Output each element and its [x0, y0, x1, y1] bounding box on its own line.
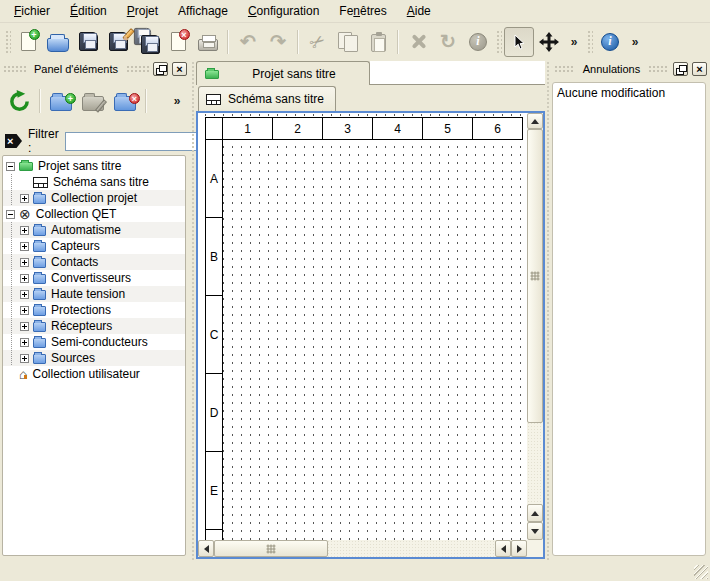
horizontal-scrollbar[interactable] [198, 540, 527, 557]
delete-category-button[interactable] [109, 85, 141, 117]
toolbar-overflow-button[interactable]: » [625, 27, 645, 57]
scroll-up-button-2[interactable] [527, 504, 543, 522]
diagram-row-header: B [206, 218, 223, 296]
clipboard-icon [371, 34, 386, 52]
menu-fenetres[interactable]: Fenêtres [329, 1, 396, 21]
move-mode-button[interactable] [534, 27, 564, 57]
undo-panel-titlebar[interactable]: Annulations [551, 60, 710, 78]
vertical-scrollbar-thumb[interactable] [527, 129, 543, 423]
close-panel-button[interactable] [692, 62, 707, 76]
expand-icon[interactable] [20, 322, 29, 331]
tree-guide [6, 254, 20, 270]
expand-icon[interactable] [20, 306, 29, 315]
new-document-button[interactable] [13, 27, 43, 57]
expand-icon[interactable] [20, 274, 29, 283]
tab-schema-sans-titre[interactable]: Schéma sans titre [198, 86, 336, 111]
select-mode-button[interactable] [504, 27, 534, 57]
properties-button[interactable] [463, 27, 493, 57]
project-icon [19, 162, 33, 171]
expand-icon[interactable] [20, 194, 29, 203]
copy-button[interactable] [333, 27, 363, 57]
save-all-button[interactable] [133, 27, 163, 57]
tree-item-sources[interactable]: Sources [3, 350, 185, 366]
tree-item-collection-projet[interactable]: Collection projet [3, 190, 185, 206]
menu-edition[interactable]: Édition [60, 1, 117, 21]
float-panel-button[interactable] [153, 62, 168, 76]
panel-overflow-button[interactable]: » [167, 85, 187, 117]
expand-icon[interactable] [20, 290, 29, 299]
delete-button[interactable] [403, 27, 433, 57]
close-document-button[interactable] [163, 27, 193, 57]
folder-icon [33, 290, 46, 300]
menu-aide[interactable]: Aide [397, 1, 441, 21]
float-panel-button[interactable] [673, 62, 688, 76]
new-category-button[interactable] [45, 85, 77, 117]
redo-button[interactable]: ↷ [263, 27, 293, 57]
tree-item-projet-sans-titre[interactable]: Projet sans titre [3, 158, 185, 174]
tab-projet-sans-titre[interactable]: Projet sans titre [196, 61, 370, 85]
scroll-right-button[interactable] [511, 540, 527, 557]
tree-item-automatisme[interactable]: Automatisme [3, 222, 185, 238]
folder-icon [33, 274, 46, 284]
save-as-button[interactable] [103, 27, 133, 57]
menu-fichier[interactable]: Fichier [4, 1, 60, 21]
tree-item-collection-utilisateur[interactable]: ⌂ Collection utilisateur [3, 366, 185, 382]
clear-filter-icon[interactable] [5, 134, 22, 148]
undo-list-item[interactable]: Aucune modification [557, 85, 701, 101]
scroll-left-button-2[interactable] [495, 540, 511, 557]
close-panel-button[interactable] [172, 62, 187, 76]
collapse-icon[interactable] [6, 162, 15, 171]
rotate-button[interactable]: ↻ [433, 27, 463, 57]
tree-item-recepteurs[interactable]: Récepteurs [3, 318, 185, 334]
tree-item-semi-conducteurs[interactable]: Semi-conducteurs [3, 334, 185, 350]
expand-icon[interactable] [20, 226, 29, 235]
horizontal-scrollbar-thumb[interactable] [214, 540, 328, 557]
menu-projet[interactable]: Projet [117, 1, 168, 21]
folder-icon [33, 194, 46, 204]
resize-grip[interactable] [694, 565, 708, 579]
scroll-down-button[interactable] [527, 522, 543, 540]
new-document-icon [21, 32, 36, 51]
vertical-scrollbar[interactable] [527, 113, 543, 540]
tree-guide [6, 334, 20, 350]
tree-item-convertisseurs[interactable]: Convertisseurs [3, 270, 185, 286]
toolbar-grip[interactable] [495, 29, 502, 55]
expand-icon[interactable] [20, 258, 29, 267]
tree-item-schema-sans-titre[interactable]: Schéma sans titre [3, 174, 185, 190]
expand-icon[interactable] [20, 354, 29, 363]
diagram-row-header [206, 530, 223, 540]
undo-button[interactable]: ↶ [233, 27, 263, 57]
expand-icon[interactable] [20, 242, 29, 251]
tree-item-protections[interactable]: Protections [3, 302, 185, 318]
expand-icon[interactable] [20, 338, 29, 347]
save-button[interactable] [73, 27, 103, 57]
tree-item-contacts[interactable]: Contacts [3, 254, 185, 270]
tree-item-capteurs[interactable]: Capteurs [3, 238, 185, 254]
titlebar-texture [3, 65, 26, 73]
print-button[interactable] [193, 27, 223, 57]
toolbar-grip[interactable] [586, 29, 593, 55]
paste-button[interactable] [363, 27, 393, 57]
refresh-collections-button[interactable] [3, 85, 35, 117]
status-bar [0, 561, 710, 581]
cut-button[interactable]: ✂ [303, 27, 333, 57]
tree-item-collection-qet[interactable]: ⊗ Collection QET [3, 206, 185, 222]
open-document-button[interactable] [43, 27, 73, 57]
toolbar-overflow-button[interactable]: » [564, 27, 584, 57]
toolbar-grip[interactable] [4, 29, 11, 55]
tree-item-haute-tension[interactable]: Haute tension [3, 286, 185, 302]
elements-panel-titlebar[interactable]: Panel d'éléments [0, 60, 190, 78]
collapse-icon[interactable] [6, 210, 15, 219]
tree-guide [6, 286, 20, 302]
tree-guide [6, 174, 20, 190]
about-info-button[interactable] [595, 27, 625, 57]
scroll-up-button[interactable] [527, 113, 543, 129]
diagram-canvas[interactable]: 1 2 3 4 5 6 A B C D E [198, 113, 527, 540]
folder-icon [33, 306, 46, 316]
edit-category-button[interactable] [77, 85, 109, 117]
scroll-left-button[interactable] [198, 540, 214, 557]
undo-history-list: Aucune modification [552, 82, 706, 556]
diagram-column-header: 6 [473, 118, 523, 140]
menu-configuration[interactable]: Configuration [238, 1, 329, 21]
menu-affichage[interactable]: Affichage [168, 1, 238, 21]
